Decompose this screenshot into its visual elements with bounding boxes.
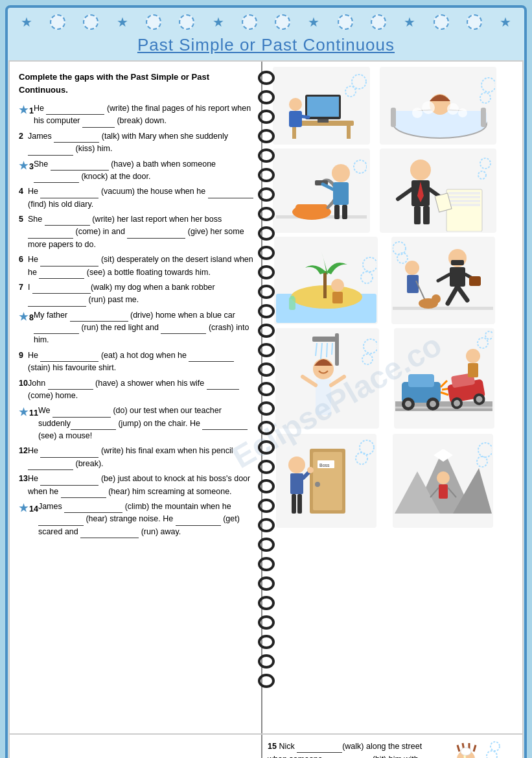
ex8-blank2[interactable] (34, 333, 79, 334)
ex14-blank2[interactable] (38, 525, 84, 526)
svg-rect-36 (448, 204, 480, 206)
ex7-blank2[interactable] (28, 306, 86, 307)
spiral-ring-15 (258, 343, 275, 357)
ex14-blank1[interactable] (64, 512, 122, 513)
spiral-ring-25 (258, 538, 275, 552)
ex6-blank2[interactable] (39, 278, 84, 279)
ex8-content: My father (drive) home when a blue car (… (34, 309, 253, 347)
spiral-ring-22 (258, 479, 275, 493)
ex3-num: ★3 (19, 158, 34, 174)
ex10-num: 10 (19, 377, 28, 390)
spiral-ring-11 (258, 265, 275, 279)
spiral-ring-26 (258, 557, 275, 571)
spiral-ring-18 (258, 401, 275, 416)
svg-rect-53 (290, 296, 294, 299)
deco-circle-5 (242, 14, 257, 30)
ex1-content: He (write) the final pages of his report… (34, 102, 253, 128)
ex4-content: He (vacuum) the house when he (find) his… (28, 185, 253, 211)
ex14-blank4[interactable] (80, 538, 139, 538)
svg-line-92 (441, 381, 447, 387)
svg-point-9 (345, 86, 356, 97)
main-content-area: EclipsePlace.co (8, 60, 524, 735)
cartoon-boss-door: Boss (276, 434, 376, 528)
svg-line-94 (441, 392, 448, 395)
exercise-15: 15 Nick (walk) along the street when som… (268, 740, 425, 758)
svg-point-20 (480, 93, 491, 103)
svg-point-71 (393, 242, 406, 255)
ex13-num: 13 (19, 473, 28, 485)
svg-rect-58 (451, 260, 464, 265)
svg-point-37 (410, 160, 431, 180)
ex1-blank2[interactable] (82, 127, 115, 128)
svg-point-50 (331, 279, 344, 292)
svg-rect-79 (316, 379, 331, 415)
ex2-blank2[interactable] (28, 155, 73, 156)
ex9-blank1[interactable] (40, 361, 98, 362)
cartoon-island (274, 237, 378, 324)
ex10-blank2[interactable] (207, 389, 239, 390)
svg-rect-30 (342, 205, 347, 219)
ex5-content: She (write) her last report when her bos… (28, 213, 253, 251)
ex10-blank1[interactable] (48, 389, 93, 390)
ex3-content: She (have) a bath when someone (knock) a… (34, 158, 253, 184)
ex11-blank1[interactable] (52, 417, 111, 418)
svg-rect-27 (333, 182, 349, 205)
exercise-14: ★14 James (climb) the mountain when he (… (19, 501, 253, 538)
cartoon-boss (380, 148, 496, 233)
svg-point-21 (481, 78, 495, 92)
ex3-blank1[interactable] (51, 170, 109, 171)
ex13-blank1[interactable] (40, 485, 98, 486)
svg-rect-115 (297, 494, 302, 514)
ex9-content: He (eat) a hot dog when he (stain) his f… (28, 349, 253, 375)
ex6-blank1[interactable] (40, 266, 98, 266)
svg-point-26 (332, 164, 350, 182)
ex1-num: ★1 (19, 102, 34, 119)
ex14-blank3[interactable] (176, 525, 221, 526)
svg-point-110 (288, 456, 305, 473)
svg-point-89 (405, 401, 411, 407)
ex4-blank2[interactable] (208, 198, 253, 198)
ex9-blank2[interactable] (189, 361, 234, 362)
illus-row-3 (268, 237, 502, 324)
svg-point-82 (362, 354, 373, 364)
svg-rect-43 (414, 206, 421, 224)
svg-rect-59 (450, 267, 465, 287)
ex5-blank1[interactable] (45, 225, 90, 226)
ex4-blank1[interactable] (40, 198, 98, 198)
ex8-blank1[interactable] (70, 321, 128, 322)
svg-rect-7 (289, 111, 302, 127)
ex5-blank3[interactable] (127, 238, 185, 239)
illus-row-2 (268, 148, 502, 233)
spiral-ring-17 (258, 382, 275, 396)
deco-star-5: ★ (404, 14, 415, 30)
cartoon-shower-svg (277, 330, 377, 427)
spiral-ring-16 (258, 362, 275, 377)
svg-rect-32 (446, 189, 482, 231)
ex7-blank1[interactable] (32, 293, 91, 294)
svg-point-104 (485, 331, 492, 339)
svg-rect-114 (292, 494, 296, 514)
spiral-ring-6 (258, 168, 275, 182)
illus-row-1 (268, 67, 502, 145)
svg-rect-34 (448, 196, 480, 198)
cartoon-running (391, 237, 495, 324)
ex1-blank1[interactable] (46, 114, 104, 115)
ex12-blank2[interactable] (28, 469, 73, 470)
exercise-9: 9 He (eat) a hot dog when he (stain) his… (19, 349, 253, 375)
ex3-blank2[interactable] (34, 182, 79, 183)
ex11-blank2[interactable] (71, 429, 116, 430)
ex8-blank3[interactable] (161, 333, 206, 334)
ex15-blank1[interactable] (297, 752, 342, 753)
spiral-ring-20 (258, 440, 275, 455)
ex12-blank1[interactable] (40, 457, 98, 458)
spiral-ring-30 (258, 635, 275, 649)
cartoon-island-svg (276, 239, 376, 323)
ex2-blank1[interactable] (54, 142, 99, 143)
ex13-blank2[interactable] (61, 497, 106, 498)
spiral-ring-1 (258, 71, 275, 85)
cartoon-running-svg (393, 239, 493, 323)
ex5-blank2[interactable] (28, 238, 73, 239)
ex11-blank3[interactable] (202, 429, 248, 430)
spiral-ring-27 (258, 576, 275, 591)
cartoon-door-svg: Boss (277, 436, 375, 527)
